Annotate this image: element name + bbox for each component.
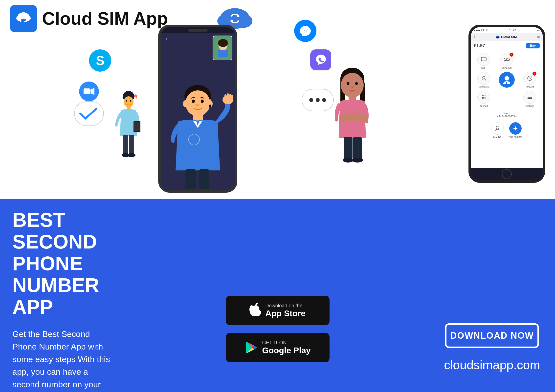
- brand-name: Cloud SIM App: [42, 8, 168, 29]
- center-phone: ←: [158, 25, 237, 193]
- svg-point-87: [496, 126, 499, 129]
- svg-rect-26: [129, 135, 134, 154]
- download-now-button[interactable]: DOWNLOAD NOW: [445, 323, 539, 348]
- svg-rect-43: [224, 94, 226, 100]
- svg-point-76: [483, 95, 484, 96]
- status-bar: ●●●● EE ▼ 15:22 ▪▪▪: [471, 27, 543, 33]
- svg-point-35: [185, 90, 210, 116]
- svg-rect-25: [123, 135, 128, 154]
- add-number-label: Add number: [509, 136, 522, 138]
- zoom-icon: [79, 82, 99, 101]
- skype-icon: S: [89, 49, 111, 72]
- svg-rect-47: [185, 169, 196, 189]
- contacts-icon-item: Contacts: [473, 72, 494, 88]
- svg-point-40: [209, 104, 211, 107]
- svg-point-20: [126, 100, 127, 102]
- website-url: cloudsimapp.com: [444, 358, 540, 372]
- app-mockup-phone: ●●●● EE ▼ 15:22 ▪▪▪ ℹ Cloud SIM ⊕ £1.97 …: [468, 25, 545, 183]
- left-content-area: BEST SECOND PHONE NUMBER APP Get the Bes…: [0, 199, 124, 392]
- svg-point-19: [124, 96, 133, 107]
- svg-rect-65: [498, 37, 499, 37]
- svg-rect-44: [227, 93, 229, 100]
- google-play-button[interactable]: GET IT ON Google Play: [226, 333, 330, 362]
- svg-point-55: [355, 82, 358, 85]
- phone-screen: ●●●● EE ▼ 15:22 ▪▪▪ ℹ Cloud SIM ⊕ £1.97 …: [471, 27, 543, 168]
- svg-rect-62: [496, 37, 499, 38]
- svg-rect-58: [353, 137, 362, 159]
- buy-button[interactable]: Buy: [526, 43, 540, 48]
- placeholder-1: [520, 53, 540, 69]
- person-left: [96, 57, 161, 175]
- recent-icon-item: 4 Recent: [520, 72, 540, 88]
- svg-point-21: [130, 100, 131, 102]
- app-store-button[interactable]: Download on the App Store: [226, 296, 330, 325]
- messenger-icon: [294, 20, 316, 42]
- svg-point-54: [347, 82, 350, 85]
- logo-icon: [15, 10, 32, 27]
- svg-point-60: [352, 158, 363, 163]
- svg-rect-32: [218, 50, 228, 57]
- svg-point-82: [483, 98, 484, 99]
- apple-icon: [249, 302, 261, 319]
- svg-point-36: [192, 100, 195, 103]
- work-label: Work: [473, 112, 541, 115]
- app-icon-grid: SMS 1 Voicemail Contacts: [471, 50, 543, 110]
- svg-point-81: [482, 98, 483, 99]
- svg-point-68: [507, 58, 510, 61]
- price-row: £1.97 Buy: [471, 41, 543, 50]
- svg-rect-57: [344, 137, 353, 159]
- logo-box: [10, 5, 37, 32]
- voicemail-icon-item: 1 Voicemail: [496, 53, 517, 69]
- person-right: [321, 49, 383, 178]
- svg-rect-14: [84, 88, 90, 94]
- app-title: Cloud SIM: [501, 35, 517, 39]
- svg-rect-45: [229, 94, 231, 100]
- svg-rect-48: [199, 169, 209, 189]
- nav-bar: ℹ Cloud SIM ⊕: [471, 33, 543, 41]
- svg-point-67: [504, 58, 507, 61]
- work-number-area: Work +447429307714: [471, 110, 543, 120]
- price-display: £1.97: [474, 43, 485, 48]
- app-store-text: Download on the App Store: [265, 303, 305, 318]
- svg-rect-24: [134, 122, 140, 131]
- svg-rect-73: [505, 81, 509, 81]
- right-cta-area: DOWNLOAD NOW cloudsimapp.com: [444, 323, 540, 372]
- svg-rect-72: [506, 82, 507, 85]
- svg-point-80: [485, 97, 486, 98]
- sim-no-label: SIM No.: [493, 136, 502, 138]
- home-button[interactable]: [502, 169, 512, 179]
- home-button-area: [471, 168, 543, 180]
- svg-point-28: [128, 153, 135, 157]
- svg-marker-15: [90, 88, 94, 95]
- svg-rect-64: [497, 37, 498, 37]
- settings-icon-item: Settings: [520, 91, 540, 107]
- google-play-icon: [244, 341, 258, 354]
- svg-point-59: [343, 158, 354, 163]
- svg-point-71: [505, 76, 509, 81]
- svg-point-70: [483, 76, 485, 79]
- main-headline: BEST SECOND PHONE NUMBER APP: [12, 209, 111, 318]
- store-buttons-area: Download on the App Store GET IT ON Goog…: [226, 296, 330, 362]
- phone-number-display: +447429307714: [473, 115, 541, 118]
- header: Cloud SIM App: [10, 5, 168, 32]
- sub-description: Get the Best Second Phone Number App wit…: [12, 328, 111, 392]
- google-play-text: GET IT ON Google Play: [262, 340, 311, 355]
- keypad-icon-item: Keypad: [473, 91, 494, 107]
- svg-point-31: [218, 39, 228, 47]
- svg-rect-5: [21, 20, 26, 21]
- dots-bubble: [302, 89, 334, 111]
- svg-point-77: [485, 95, 486, 96]
- sms-icon-item: SMS: [473, 53, 494, 69]
- placeholder-2: [496, 91, 517, 107]
- svg-point-75: [482, 95, 483, 96]
- svg-rect-46: [231, 95, 233, 100]
- svg-point-38: [183, 100, 188, 107]
- check-bubble: [74, 101, 104, 126]
- svg-point-83: [485, 98, 486, 99]
- sim-actions: SIM No. Add number: [471, 120, 543, 141]
- svg-rect-63: [497, 37, 497, 37]
- center-contact-avatar: [496, 72, 517, 88]
- viber-icon: [310, 49, 331, 70]
- svg-point-53: [341, 73, 364, 98]
- svg-point-37: [201, 100, 204, 103]
